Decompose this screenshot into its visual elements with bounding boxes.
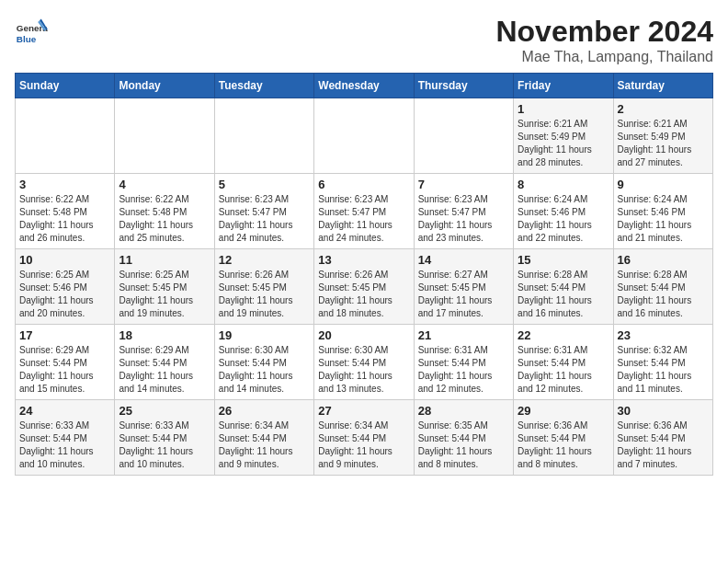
day-number: 8 xyxy=(518,178,609,191)
calendar-cell: 20Sunrise: 6:30 AM Sunset: 5:44 PM Dayli… xyxy=(314,325,414,400)
calendar-cell: 16Sunrise: 6:28 AM Sunset: 5:44 PM Dayli… xyxy=(613,249,712,325)
day-number: 1 xyxy=(518,102,609,116)
day-number: 28 xyxy=(418,404,509,418)
calendar-cell: 4Sunrise: 6:22 AM Sunset: 5:48 PM Daylig… xyxy=(115,174,214,249)
day-number: 17 xyxy=(19,328,110,342)
day-info: Sunrise: 6:30 AM Sunset: 5:44 PM Dayligh… xyxy=(318,344,409,396)
calendar-cell: 2Sunrise: 6:21 AM Sunset: 5:49 PM Daylig… xyxy=(613,98,712,174)
day-number: 29 xyxy=(518,404,609,418)
calendar-cell: 15Sunrise: 6:28 AM Sunset: 5:44 PM Dayli… xyxy=(514,249,613,325)
calendar-cell: 25Sunrise: 6:33 AM Sunset: 5:44 PM Dayli… xyxy=(115,400,214,476)
calendar-cell: 1Sunrise: 6:21 AM Sunset: 5:49 PM Daylig… xyxy=(514,98,613,174)
calendar-week-4: 17Sunrise: 6:29 AM Sunset: 5:44 PM Dayli… xyxy=(16,325,713,400)
calendar-cell xyxy=(314,98,414,174)
weekday-header-saturday: Saturday xyxy=(613,74,712,98)
day-number: 24 xyxy=(19,404,110,418)
day-info: Sunrise: 6:28 AM Sunset: 5:44 PM Dayligh… xyxy=(618,269,709,320)
calendar-cell: 21Sunrise: 6:31 AM Sunset: 5:44 PM Dayli… xyxy=(414,325,513,400)
location-title: Mae Tha, Lampang, Thailand xyxy=(495,49,713,65)
logo: General Blue xyxy=(15,15,48,48)
calendar-cell: 7Sunrise: 6:23 AM Sunset: 5:47 PM Daylig… xyxy=(414,174,513,249)
weekday-row: SundayMondayTuesdayWednesdayThursdayFrid… xyxy=(16,74,713,98)
day-info: Sunrise: 6:21 AM Sunset: 5:49 PM Dayligh… xyxy=(618,118,709,169)
calendar-cell: 5Sunrise: 6:23 AM Sunset: 5:47 PM Daylig… xyxy=(214,174,313,249)
day-info: Sunrise: 6:27 AM Sunset: 5:45 PM Dayligh… xyxy=(418,269,509,320)
day-info: Sunrise: 6:24 AM Sunset: 5:46 PM Dayligh… xyxy=(518,193,609,245)
day-info: Sunrise: 6:24 AM Sunset: 5:46 PM Dayligh… xyxy=(618,193,709,245)
day-number: 30 xyxy=(618,404,709,418)
day-number: 22 xyxy=(518,328,609,342)
day-number: 2 xyxy=(618,102,709,116)
day-number: 10 xyxy=(19,253,110,267)
weekday-header-thursday: Thursday xyxy=(414,74,513,98)
day-number: 9 xyxy=(618,178,709,191)
calendar-cell: 18Sunrise: 6:29 AM Sunset: 5:44 PM Dayli… xyxy=(115,325,214,400)
calendar-week-2: 3Sunrise: 6:22 AM Sunset: 5:48 PM Daylig… xyxy=(16,174,713,249)
calendar-cell: 3Sunrise: 6:22 AM Sunset: 5:48 PM Daylig… xyxy=(16,174,115,249)
day-info: Sunrise: 6:34 AM Sunset: 5:44 PM Dayligh… xyxy=(219,419,310,471)
logo-icon: General Blue xyxy=(15,15,48,48)
calendar-cell: 23Sunrise: 6:32 AM Sunset: 5:44 PM Dayli… xyxy=(613,325,712,400)
day-info: Sunrise: 6:36 AM Sunset: 5:44 PM Dayligh… xyxy=(618,419,709,471)
weekday-header-sunday: Sunday xyxy=(16,74,115,98)
calendar-table: SundayMondayTuesdayWednesdayThursdayFrid… xyxy=(15,73,713,476)
day-info: Sunrise: 6:34 AM Sunset: 5:44 PM Dayligh… xyxy=(318,419,409,471)
day-number: 19 xyxy=(219,328,310,342)
day-info: Sunrise: 6:22 AM Sunset: 5:48 PM Dayligh… xyxy=(19,193,110,245)
day-info: Sunrise: 6:29 AM Sunset: 5:44 PM Dayligh… xyxy=(119,344,210,396)
title-area: November 2024 Mae Tha, Lampang, Thailand xyxy=(495,15,713,65)
calendar-cell xyxy=(115,98,214,174)
day-number: 18 xyxy=(119,328,210,342)
calendar-week-5: 24Sunrise: 6:33 AM Sunset: 5:44 PM Dayli… xyxy=(16,400,713,476)
day-number: 11 xyxy=(119,253,210,267)
calendar-cell: 28Sunrise: 6:35 AM Sunset: 5:44 PM Dayli… xyxy=(414,400,513,476)
day-info: Sunrise: 6:23 AM Sunset: 5:47 PM Dayligh… xyxy=(418,193,509,245)
calendar-cell: 29Sunrise: 6:36 AM Sunset: 5:44 PM Dayli… xyxy=(514,400,613,476)
day-info: Sunrise: 6:32 AM Sunset: 5:44 PM Dayligh… xyxy=(618,344,709,396)
svg-text:Blue: Blue xyxy=(17,34,37,44)
calendar-cell: 9Sunrise: 6:24 AM Sunset: 5:46 PM Daylig… xyxy=(613,174,712,249)
day-number: 13 xyxy=(318,253,409,267)
calendar-cell: 27Sunrise: 6:34 AM Sunset: 5:44 PM Dayli… xyxy=(314,400,414,476)
weekday-header-tuesday: Tuesday xyxy=(214,74,313,98)
day-info: Sunrise: 6:23 AM Sunset: 5:47 PM Dayligh… xyxy=(219,193,310,245)
calendar-cell: 8Sunrise: 6:24 AM Sunset: 5:46 PM Daylig… xyxy=(514,174,613,249)
day-number: 7 xyxy=(418,178,509,191)
calendar-cell xyxy=(414,98,513,174)
day-info: Sunrise: 6:36 AM Sunset: 5:44 PM Dayligh… xyxy=(518,419,609,471)
calendar-cell: 6Sunrise: 6:23 AM Sunset: 5:47 PM Daylig… xyxy=(314,174,414,249)
day-info: Sunrise: 6:30 AM Sunset: 5:44 PM Dayligh… xyxy=(219,344,310,396)
calendar-cell: 26Sunrise: 6:34 AM Sunset: 5:44 PM Dayli… xyxy=(214,400,313,476)
day-number: 14 xyxy=(418,253,509,267)
calendar-cell xyxy=(16,98,115,174)
calendar-cell: 19Sunrise: 6:30 AM Sunset: 5:44 PM Dayli… xyxy=(214,325,313,400)
day-number: 16 xyxy=(618,253,709,267)
day-number: 3 xyxy=(19,178,110,191)
day-number: 27 xyxy=(318,404,409,418)
day-info: Sunrise: 6:22 AM Sunset: 5:48 PM Dayligh… xyxy=(119,193,210,245)
calendar-cell: 22Sunrise: 6:31 AM Sunset: 5:44 PM Dayli… xyxy=(514,325,613,400)
day-info: Sunrise: 6:31 AM Sunset: 5:44 PM Dayligh… xyxy=(518,344,609,396)
weekday-header-wednesday: Wednesday xyxy=(314,74,414,98)
calendar-cell: 10Sunrise: 6:25 AM Sunset: 5:46 PM Dayli… xyxy=(16,249,115,325)
day-number: 20 xyxy=(318,328,409,342)
header: General Blue November 2024 Mae Tha, Lamp… xyxy=(15,15,713,65)
day-info: Sunrise: 6:28 AM Sunset: 5:44 PM Dayligh… xyxy=(518,269,609,320)
calendar-cell: 11Sunrise: 6:25 AM Sunset: 5:45 PM Dayli… xyxy=(115,249,214,325)
day-number: 26 xyxy=(219,404,310,418)
calendar-cell: 13Sunrise: 6:26 AM Sunset: 5:45 PM Dayli… xyxy=(314,249,414,325)
calendar-cell: 17Sunrise: 6:29 AM Sunset: 5:44 PM Dayli… xyxy=(16,325,115,400)
day-number: 25 xyxy=(119,404,210,418)
day-number: 21 xyxy=(418,328,509,342)
calendar-week-3: 10Sunrise: 6:25 AM Sunset: 5:46 PM Dayli… xyxy=(16,249,713,325)
calendar-week-1: 1Sunrise: 6:21 AM Sunset: 5:49 PM Daylig… xyxy=(16,98,713,174)
day-number: 12 xyxy=(219,253,310,267)
day-info: Sunrise: 6:31 AM Sunset: 5:44 PM Dayligh… xyxy=(418,344,509,396)
day-number: 4 xyxy=(119,178,210,191)
calendar-cell xyxy=(214,98,313,174)
weekday-header-monday: Monday xyxy=(115,74,214,98)
calendar-body: 1Sunrise: 6:21 AM Sunset: 5:49 PM Daylig… xyxy=(16,98,713,476)
day-info: Sunrise: 6:33 AM Sunset: 5:44 PM Dayligh… xyxy=(119,419,210,471)
day-number: 23 xyxy=(618,328,709,342)
day-number: 6 xyxy=(318,178,409,191)
